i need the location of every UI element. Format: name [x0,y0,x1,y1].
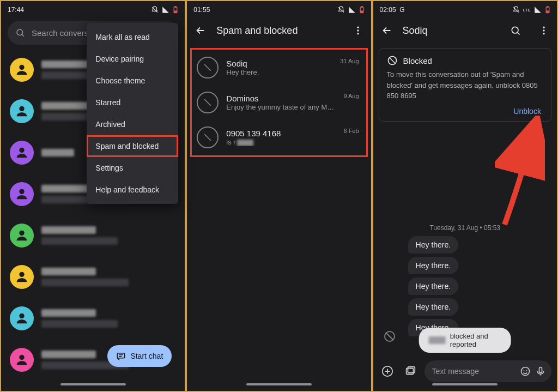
blocked-card-title: Blocked [403,56,432,65]
back-icon[interactable] [195,25,207,37]
mic-icon[interactable] [535,366,546,377]
svg-point-33 [526,370,527,371]
blocked-preview: Enjoy the yummy taste of any Medium … [226,103,336,111]
add-button[interactable] [379,363,396,380]
chat-icon [116,351,126,361]
conversation-row[interactable] [1,215,185,256]
back-icon[interactable] [381,25,393,37]
menu-starred[interactable]: Starred [87,92,178,113]
signal-icon [348,6,356,14]
gallery-icon [404,365,416,377]
menu-settings[interactable]: Settings [87,157,178,179]
blocked-date: 6 Feb [343,128,359,134]
status-icons [151,6,178,14]
message-bubble[interactable]: Hey there. [408,298,459,316]
blocked-circle-icon [387,55,398,66]
blocked-card-body: To move this conversation out of 'Spam a… [387,69,543,101]
blocked-preview: Hey there. [226,68,332,76]
nav-bar [1,383,185,388]
nav-bar [187,383,371,388]
message-bubble[interactable]: Hey there. [408,257,459,274]
conversation-row[interactable] [1,256,185,298]
network-label: LTE [523,8,531,13]
battery-icon [173,6,178,14]
statusbar: 02:05 G LTE [373,1,557,16]
svg-point-7 [19,189,24,194]
message-input[interactable]: Text message [424,360,551,382]
menu-mark-all-read[interactable]: Mark all as read [87,26,178,48]
status-time: 17:44 [8,6,24,14]
start-chat-fab[interactable]: Start chat [107,345,172,367]
blocked-info-card: Blocked To move this conversation out of… [379,48,551,122]
menu-choose-theme[interactable]: Choose theme [87,70,178,92]
conversation-title: Sodiq [403,25,500,37]
menu-spam-and-blocked[interactable]: Spam and blocked [87,135,178,157]
avatar [10,182,34,206]
message-placeholder: Text message [432,367,479,376]
svg-rect-34 [539,367,542,373]
blocked-name: 0905 139 4168 [226,129,336,138]
menu-device-pairing[interactable]: Device pairing [87,48,178,70]
status-time: 02:05 G [380,6,405,14]
svg-point-10 [19,313,24,318]
more-icon[interactable] [538,25,549,36]
message-composer: Text message [379,360,551,382]
svg-rect-2 [174,11,177,13]
svg-point-24 [543,29,544,31]
battery-icon [359,6,365,14]
blurred-content [429,336,446,344]
emoji-icon[interactable] [520,366,531,377]
svg-point-9 [19,272,24,277]
svg-point-11 [19,355,24,360]
blurred-content [41,309,176,328]
statusbar: 17:44 [1,1,185,16]
blurred-content [41,226,176,245]
avatar [10,348,34,372]
annotation-arrow [495,116,545,230]
appbar-title: Spam and blocked [216,25,342,37]
fab-label: Start chat [130,352,163,360]
blocked-list: Sodiq Hey there. 31 Aug Dominos Enjoy th… [190,48,367,157]
svg-point-25 [543,33,544,34]
dnd-icon [151,6,159,14]
search-icon[interactable] [510,25,521,36]
conversation-row[interactable] [1,298,185,339]
unblock-button[interactable]: Unblock [387,101,543,117]
svg-rect-12 [118,353,125,358]
plus-circle-icon [381,365,393,377]
blocked-circle-icon [197,92,219,113]
snackbar-text: blocked and reported [450,332,501,348]
blocked-circle-icon [197,126,219,148]
avatar [10,224,34,248]
snackbar: blocked and reported [419,328,511,353]
svg-rect-21 [547,11,549,13]
message-bubble[interactable]: Hey there. [408,236,459,254]
menu-archived[interactable]: Archived [87,113,178,135]
signal-icon [534,6,542,14]
blocked-name: Dominos [226,94,336,103]
svg-point-32 [524,370,525,371]
svg-point-22 [512,27,518,33]
avatar [10,58,34,82]
signal-icon [162,6,169,14]
blocked-name: Sodiq [226,59,332,68]
dnd-icon [512,6,520,14]
gallery-button[interactable] [402,363,419,380]
blocked-preview: is r [226,138,336,146]
blocked-date: 9 Aug [343,93,359,99]
avatar [10,99,34,123]
battery-icon [545,6,550,14]
blocked-item[interactable]: 0905 139 4168 is r 6 Feb [193,120,364,155]
blocked-item[interactable]: Dominos Enjoy the yummy taste of any Med… [193,85,364,120]
blocked-circle-icon [383,330,396,343]
message-bubble[interactable]: Hey there. [408,278,459,295]
more-icon[interactable] [353,25,363,36]
blocked-item[interactable]: Sodiq Hey there. 31 Aug [193,50,364,85]
search-placeholder: Search conversat [32,28,95,38]
screen-messages-home: 17:44 Search conversat [0,0,186,392]
svg-rect-14 [361,7,362,7]
status-icons: LTE [512,6,550,14]
appbar: Sodiq [373,16,557,45]
menu-help-feedback[interactable]: Help and feedback [87,179,178,201]
svg-rect-15 [360,11,362,13]
